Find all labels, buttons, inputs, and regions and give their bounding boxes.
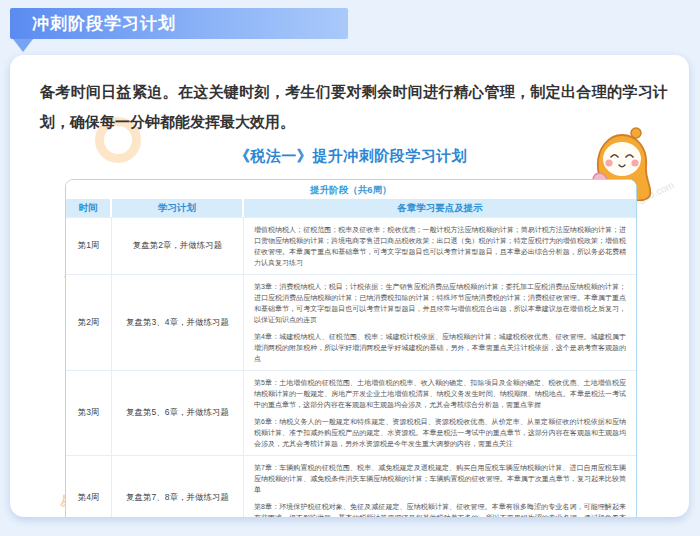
plan-label: 复盘第3、4章，并做练习题 <box>112 275 244 370</box>
table-column-header-row: 时间 学习计划 各章学习要点及提示 <box>66 199 636 217</box>
points-paragraph: 第4章：城建税纳税人、征税范围、税率；城建税计税依据、应纳税额的计算；城建税税收… <box>254 331 626 364</box>
content-card: 东奥会计在线 www.dongao.com 会计在线 www.dongao.co… <box>10 55 689 517</box>
plan-label: 复盘第7、8章，并做练习题 <box>112 456 244 517</box>
points-cell: 第3章：消费税纳税人；税目；计税依据；生产销售应税消费品应纳税额的计算；委托加工… <box>244 275 636 370</box>
points-paragraph: 增值税纳税人；征税范围；税率及征收率；税收优惠；一般计税方法应纳税额的计算；简易… <box>254 224 626 268</box>
points-cell: 第7章：车辆购置税的征税范围、税率、减免税规定及退税规定、购买自用应税车辆应纳税… <box>244 456 636 517</box>
column-header-points: 各章学习要点及提示 <box>244 199 636 217</box>
page-background: { "badge": { "title": "冲刺阶段学习计划" }, "int… <box>0 0 700 536</box>
stage-header: 提升阶段（共6周） <box>66 180 636 199</box>
week-label: 第3周 <box>66 371 112 455</box>
points-paragraph: 第7章：车辆购置税的征税范围、税率、减免税规定及退税规定、购买自用应税车辆应纳税… <box>254 462 626 495</box>
points-cell: 增值税纳税人；征税范围；税率及征收率；税收优惠；一般计税方法应纳税额的计算；简易… <box>244 218 636 274</box>
column-header-time: 时间 <box>66 199 112 217</box>
week-label: 第4周 <box>66 456 112 517</box>
points-paragraph: 第6章：纳税义务人的一般规定和特殊规定、资源税税目、资源税税收优惠、从价定率、从… <box>254 416 626 449</box>
points-paragraph: 第8章：环境保护税征税对象、免征及减征规定、应纳税额计算、征收管理。本章有很多晦… <box>254 501 626 517</box>
plan-label: 复盘第5、6章，并做练习题 <box>112 371 244 455</box>
week-label: 第1周 <box>66 218 112 274</box>
table-row-week1: 第1周 复盘第2章，并做练习题 增值税纳税人；征税范围；税率及征收率；税收优惠；… <box>66 217 636 274</box>
pointer-triangle-icon <box>13 39 33 52</box>
table-row-week2: 第2周 复盘第3、4章，并做练习题 第3章：消费税纳税人；税目；计税依据；生产销… <box>66 274 636 370</box>
plan-label: 复盘第2章，并做练习题 <box>112 218 244 274</box>
table-row-week3: 第3周 复盘第5、6章，并做练习题 第5章：土地增值税的征税范围、土地增值税的税… <box>66 370 636 455</box>
table-row-week4: 第4周 复盘第7、8章，并做练习题 第7章：车辆购置税的征税范围、税率、减免税规… <box>66 455 636 517</box>
sprint-stage-title-badge: 冲刺阶段学习计划 <box>10 8 348 39</box>
points-cell: 第5章：土地增值税的征税范围、土地增值税的税率、收入额的确定、扣除项目及金额的确… <box>244 371 636 455</box>
points-paragraph: 第3章：消费税纳税人；税目；计税依据；生产销售应税消费品应纳税额的计算；委托加工… <box>254 281 626 325</box>
plan-title: 《税法一》提升冲刺阶段学习计划 <box>65 147 637 166</box>
week-label: 第2周 <box>66 275 112 370</box>
study-plan-table: 提升阶段（共6周） 时间 学习计划 各章学习要点及提示 第1周 复盘第2章，并做… <box>65 179 637 517</box>
points-paragraph: 第5章：土地增值税的征税范围、土地增值税的税率、收入额的确定、扣除项目及金额的确… <box>254 377 626 410</box>
intro-paragraph: 备考时间日益紧迫。在这关键时刻，考生们要对剩余时间进行精心管理，制定出合理的学习… <box>40 77 668 137</box>
column-header-plan: 学习计划 <box>112 199 244 217</box>
